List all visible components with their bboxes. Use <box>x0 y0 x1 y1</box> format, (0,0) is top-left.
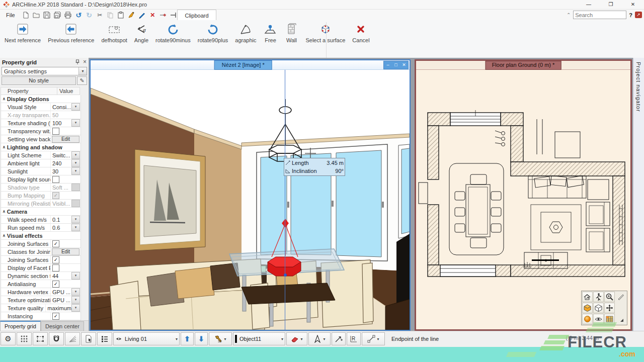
ribbon-button-next-reference[interactable]: Next reference <box>1 21 44 44</box>
ribbon-button-agraphic[interactable]: agraphic <box>231 21 260 44</box>
section-collapse-icon[interactable]: ∧ <box>3 97 6 101</box>
pen-icon[interactable] <box>137 11 147 20</box>
panel-close-icon[interactable]: × <box>83 59 87 65</box>
add-point-button[interactable] <box>332 332 346 345</box>
north-direction-button[interactable]: ▾ <box>308 332 331 345</box>
orbit-icon[interactable] <box>604 303 615 313</box>
palette-resize-icon[interactable] <box>615 314 626 324</box>
edit-button[interactable]: Edit <box>52 248 79 255</box>
dropdown-caret-icon[interactable]: ▾ <box>71 288 80 296</box>
ribbon-button-angle[interactable]: αAngle <box>131 21 152 44</box>
tab-property-grid[interactable]: Property grid <box>0 321 41 331</box>
checkbox[interactable] <box>52 128 59 135</box>
dropdown-caret-icon[interactable]: ▾ <box>71 296 80 304</box>
dropdown-caret-icon[interactable]: ▾ <box>71 159 80 167</box>
viewport-3d-titlebar[interactable]: Nézet 2 [Image] * ‒ □ ✕ <box>91 60 410 70</box>
view-maximize-icon[interactable]: □ <box>392 61 400 69</box>
redo-icon[interactable]: ↻ <box>85 11 94 20</box>
checkbox[interactable]: ✓ <box>52 256 59 263</box>
new-file-icon[interactable] <box>21 11 31 20</box>
grid-toggle-button[interactable] <box>17 332 32 345</box>
section-collapse-icon[interactable]: ∧ <box>3 145 6 149</box>
minimize-button[interactable]: — <box>578 0 600 9</box>
snap-endpoint-icon[interactable] <box>158 11 168 20</box>
ribbon-button-cancel[interactable]: Cancel <box>349 21 373 44</box>
select-sheet-button[interactable] <box>81 332 96 345</box>
viewport-3d-canvas[interactable]: Length 3.45 m Inclination 90° <box>91 70 410 330</box>
tab-clipboard[interactable]: Clipboard <box>177 10 216 21</box>
move-up-button[interactable]: ⬆ <box>181 332 194 345</box>
floorplan-canvas[interactable] <box>416 70 630 329</box>
build-3d-button[interactable]: 3D ▾ <box>209 332 232 345</box>
ribbon-button-previous-reference[interactable]: Previous reference <box>44 21 98 44</box>
dropdown-caret-icon[interactable]: ▾ <box>71 103 80 111</box>
visibility-icon[interactable] <box>593 314 604 324</box>
help-button[interactable]: ? <box>629 12 632 18</box>
render-icon[interactable] <box>582 314 593 324</box>
section-collapse-icon[interactable]: ∧ <box>3 209 6 214</box>
settings-button[interactable]: ⚙ <box>1 332 16 345</box>
style-name-button[interactable]: No style <box>2 76 76 85</box>
dropdown-caret-icon[interactable]: ▾ <box>71 151 80 159</box>
dropdown-caret-icon[interactable]: ▾ <box>71 272 80 280</box>
dropdown-caret-icon[interactable]: ▾ <box>71 216 80 223</box>
guide-lines-button[interactable] <box>65 332 80 345</box>
maximize-button[interactable]: ❐ <box>600 0 622 9</box>
layer-grid-icon[interactable] <box>604 314 615 324</box>
view-minimize-icon[interactable]: ‒ <box>384 61 392 69</box>
walk-mode-icon[interactable] <box>593 292 604 302</box>
edit-button[interactable]: Edit <box>52 136 79 143</box>
floorplan-title[interactable]: Floor plan Ground (0 m) * <box>486 61 561 70</box>
checkbox[interactable]: ✓ <box>52 240 59 247</box>
save-icon[interactable] <box>42 11 52 20</box>
format-painter-icon[interactable] <box>127 11 136 20</box>
ribbon-button-defhotspot[interactable]: defhotspot <box>98 21 130 44</box>
collapse-ribbon-icon[interactable]: ⌃ <box>567 12 571 18</box>
style-category-caret-icon[interactable]: ▾ <box>78 67 87 75</box>
checkbox[interactable]: ✓ <box>52 313 59 320</box>
eraser-button[interactable]: ▾ <box>286 332 307 345</box>
tab-design-center[interactable]: Design center <box>41 321 84 331</box>
selection-frame-button[interactable] <box>33 332 48 345</box>
cut-icon[interactable]: ✂ <box>95 11 105 20</box>
dropdown-caret-icon[interactable]: ▾ <box>71 119 80 127</box>
sketch-pencil-icon[interactable] <box>615 292 626 302</box>
segment-tool-button[interactable]: ▾ <box>362 332 385 345</box>
active-object-select[interactable]: Object11 ▾ <box>233 332 285 345</box>
section-collapse-icon[interactable]: ∧ <box>3 233 6 238</box>
ribbon-button-select-a-surface[interactable]: Select a surface <box>302 21 349 44</box>
project-navigator-tab[interactable]: Project navigator <box>633 58 644 331</box>
dropdown-caret-icon[interactable]: ▾ <box>71 304 80 312</box>
dropdown-caret-icon[interactable]: ▾ <box>71 224 80 231</box>
style-category-select[interactable]: Graphics settings ▾ <box>2 67 87 75</box>
file-menu[interactable]: File <box>0 12 21 18</box>
ribbon-button-rotate90plus[interactable]: rotate90plus <box>194 21 232 44</box>
view-export-icon[interactable] <box>582 292 593 302</box>
move-down-button[interactable]: ⬇ <box>195 332 208 345</box>
report-issue-icon[interactable]: ↗ <box>635 12 642 18</box>
viewport-3d-title[interactable]: Nézet 2 [Image] * <box>214 60 272 70</box>
delete-icon[interactable]: ✕ <box>148 11 157 20</box>
search-input[interactable] <box>574 12 644 18</box>
floorplan-titlebar[interactable]: Floor plan Ground (0 m) * <box>416 61 630 70</box>
solid-view-icon[interactable] <box>582 303 593 313</box>
save-all-icon[interactable] <box>53 11 62 20</box>
wireframe-view-icon[interactable] <box>593 303 604 313</box>
print-icon[interactable] <box>63 11 73 20</box>
checkbox[interactable] <box>52 264 59 272</box>
view-close-icon[interactable]: ✕ <box>400 61 408 69</box>
ribbon-button-rotate90minus[interactable]: rotate90minus <box>152 21 194 44</box>
paste-icon[interactable] <box>116 11 126 20</box>
pin-icon[interactable] <box>75 59 80 65</box>
close-button[interactable]: ✕ <box>622 0 644 9</box>
open-folder-icon[interactable] <box>32 11 41 20</box>
undo-icon[interactable]: ↺ <box>74 11 84 20</box>
active-layer-select[interactable]: Living 01 ▾ <box>113 332 180 345</box>
zoom-in-icon[interactable] <box>604 292 615 302</box>
style-edit-icon[interactable]: ✎ <box>77 76 87 85</box>
checkbox[interactable] <box>52 176 59 183</box>
dropdown-caret-icon[interactable]: ▾ <box>71 167 80 175</box>
ribbon-button-free[interactable]: Free <box>260 21 281 44</box>
copy-icon[interactable] <box>106 11 115 20</box>
snap-toggle-button[interactable] <box>49 332 64 345</box>
